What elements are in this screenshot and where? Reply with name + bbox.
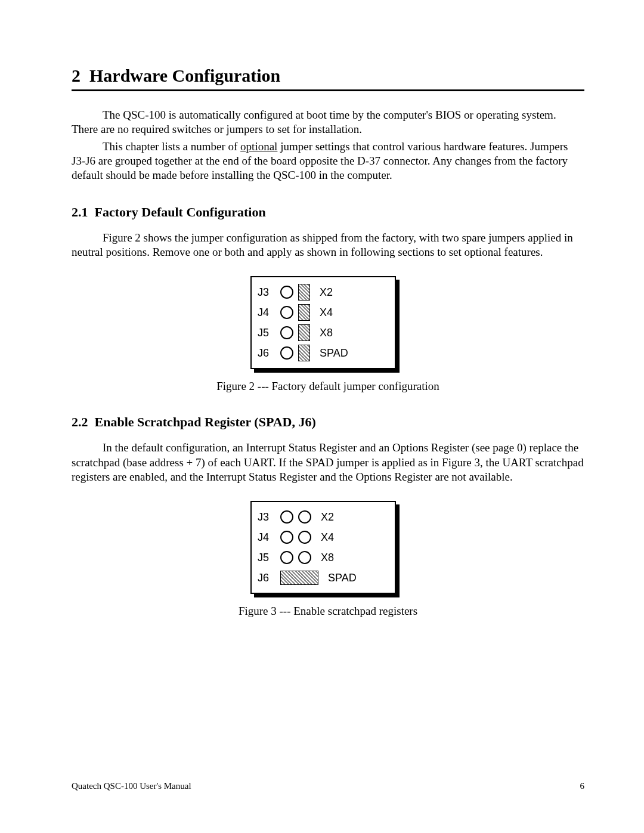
subsection-2-1-heading: 2.1 Factory Default Configuration [72,205,584,220]
jumper-row: J3 X2 [258,282,389,302]
jumper-right-label: X8 [315,327,389,339]
section-title-text: Hardware Configuration [89,66,280,85]
pin-circle-icon [280,286,293,299]
pin-circle-icon [280,306,293,319]
subsection-2-1-body: Figure 2 shows the jumper configuration … [72,231,584,260]
jumper-right-label: X2 [316,511,389,524]
pin-hatch-icon [298,345,310,361]
jumper-right-label: SPAD [323,572,389,584]
pin-hatch-icon [298,324,310,341]
figure-3-caption: Figure 3 --- Enable scratchpad registers [72,605,584,618]
subsection-2-2-body: In the default configuration, an Interru… [72,441,584,484]
jumper-row: J5 X8 [258,547,389,568]
jumper-left-label: J4 [258,306,275,319]
section-heading: 2 Hardware Configuration [72,66,584,86]
jumper-row: J4 X4 [258,302,389,323]
pin-circle-icon [280,510,293,524]
pin-hatch-icon [298,304,310,321]
jumper-right-label: X4 [315,306,389,319]
pin-circle-icon [280,551,293,564]
pin-hatch-icon [298,284,310,301]
jumper-left-label: J5 [258,327,275,339]
jumper-left-label: J5 [258,552,275,564]
page-footer: Quatech QSC-100 User's Manual 6 [72,781,584,791]
section-rule [72,89,584,91]
pin-circle-icon [280,531,293,544]
figure-2: J3 X2 J4 X4 J5 X8 J6 SPAD [250,276,405,369]
pin-circle-icon [280,326,293,339]
document-page: 2 Hardware Configuration The QSC-100 is … [0,0,644,833]
footer-left: Quatech QSC-100 User's Manual [72,781,191,791]
jumper-row: J6 SPAD [258,343,389,363]
figure-3: J3 X2 J4 X4 J5 X8 J6 SPAD [250,501,405,594]
section-number: 2 [72,66,80,85]
underlined-word: optional [240,140,277,153]
pin-circle-icon [298,510,311,524]
jumper-diagram-1: J3 X2 J4 X4 J5 X8 J6 SPAD [250,276,396,369]
jumper-left-label: J6 [258,572,275,584]
jumper-left-label: J3 [258,286,275,299]
jumper-right-label: X8 [316,552,389,564]
jumper-applied-icon [280,571,318,585]
jumper-row: J5 X8 [258,323,389,343]
pin-circle-icon [298,531,311,544]
jumper-row: J3 X2 [258,507,389,527]
pin-circle-icon [298,551,311,564]
intro-paragraph-2: This chapter lists a number of optional … [72,140,584,183]
jumper-right-label: SPAD [315,347,389,360]
jumper-row: J6 SPAD [258,568,389,588]
jumper-left-label: J4 [258,531,275,544]
jumper-row: J4 X4 [258,527,389,547]
jumper-right-label: X4 [316,531,389,544]
pin-circle-icon [280,346,293,360]
figure-2-caption: Figure 2 --- Factory default jumper conf… [72,380,584,393]
jumper-diagram-2: J3 X2 J4 X4 J5 X8 J6 SPAD [250,501,396,594]
subsection-2-2-heading: 2.2 Enable Scratchpad Register (SPAD, J6… [72,414,584,430]
footer-page-number: 6 [580,781,585,791]
jumper-left-label: J3 [258,511,275,524]
jumper-right-label: X2 [315,286,389,299]
jumper-left-label: J6 [258,347,275,360]
intro-paragraph-1: The QSC-100 is automatically configured … [72,108,584,137]
